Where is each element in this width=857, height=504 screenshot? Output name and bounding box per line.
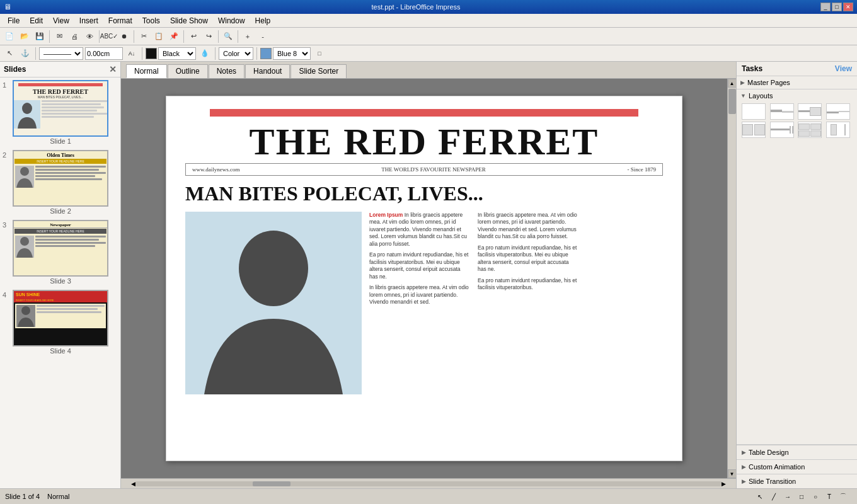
menu-file[interactable]: File (3, 15, 25, 26)
layout-title-content[interactable] (798, 103, 822, 120)
scroll-up-button[interactable]: ▲ (728, 79, 737, 88)
slide-thumb-3[interactable]: Newspaper INSERT YOUR HEADLINE HERE (13, 220, 108, 277)
slide-item-3[interactable]: 3 Newspaper INSERT YOUR HEADLINE HERE (3, 220, 118, 285)
curve-tool[interactable]: ⌒ (837, 491, 849, 502)
table-design-item[interactable]: ▶ Table Design (737, 445, 857, 459)
slide-url: www.dailynews.com (192, 166, 239, 173)
ellipse-tool[interactable]: ○ (809, 491, 822, 502)
layout-blank[interactable] (742, 103, 766, 120)
zoom-in-button[interactable]: + (241, 30, 255, 43)
record-button[interactable]: ⏺ (117, 30, 131, 43)
slides-list: 1 THE RED FERRET MAN BITES POLECAT, LIVE… (0, 77, 120, 488)
view-label[interactable]: View (835, 64, 852, 73)
menu-window[interactable]: Window (213, 15, 250, 26)
line-tool[interactable]: ╱ (768, 491, 780, 502)
slide-info: Slide 1 of 4 (5, 493, 40, 500)
layout-two-col[interactable] (742, 122, 766, 138)
master-pages-section[interactable]: ▶ Master Pages (737, 76, 857, 89)
blue-select[interactable]: Blue 8 (273, 47, 311, 60)
menu-help[interactable]: Help (250, 15, 276, 26)
separator (256, 47, 257, 60)
scroll-track[interactable] (728, 88, 737, 469)
vertical-scrollbar[interactable]: ▲ ▼ (727, 79, 736, 478)
status-bar: Slide 1 of 4 Normal ↖ ╱ → □ ○ T ⌒ (0, 488, 857, 504)
undo-button[interactable]: ↩ (187, 30, 200, 43)
menu-slideshow[interactable]: Slide Show (165, 15, 213, 26)
rect-tool[interactable]: □ (795, 491, 808, 502)
maximize-button[interactable]: □ (832, 3, 842, 11)
cut-button[interactable]: ✂ (137, 30, 151, 43)
menu-edit[interactable]: Edit (25, 15, 48, 26)
scroll-down-button[interactable]: ▼ (728, 469, 737, 478)
main-toolbar: 📄 📂 💾 ✉ 🖨 👁 ABC✓ ⏺ ✂ 📋 📌 ↩ ↪ 🔍 + - (0, 28, 857, 45)
find-button[interactable]: 🔍 (221, 30, 235, 43)
layout-4content[interactable] (798, 122, 822, 138)
slides-panel-header: Slides ✕ (0, 62, 120, 77)
menu-view[interactable]: View (48, 15, 74, 26)
table-design-arrow: ▶ (742, 449, 746, 455)
tab-normal[interactable]: Normal (126, 64, 167, 78)
menu-insert[interactable]: Insert (74, 15, 103, 26)
new-button[interactable]: 📄 (3, 30, 16, 43)
slide-transition-item[interactable]: ▶ Slide Transition (737, 474, 857, 488)
line-color-button[interactable]: A↓ (125, 47, 139, 60)
scroll-right-button[interactable]: ▶ (722, 481, 726, 487)
separator (183, 30, 184, 43)
menu-tools[interactable]: Tools (137, 15, 165, 26)
anchor-button[interactable]: ⚓ (18, 47, 32, 60)
slide-label-1: Slide 1 (50, 137, 71, 145)
slide-content-area: Lorem Ipsum In libris graecis appetere m… (185, 212, 663, 394)
line-width-input[interactable]: 0.00cm (85, 47, 123, 60)
tab-handout[interactable]: Handout (245, 64, 290, 78)
h-scroll-thumb[interactable] (253, 481, 290, 486)
svg-point-1 (20, 167, 29, 176)
shadow-button[interactable]: □ (313, 47, 326, 60)
slide-thumb-1[interactable]: THE RED FERRET MAN BITES POLECAT, LIVES.… (13, 80, 108, 137)
paste-button[interactable]: 📌 (167, 30, 181, 43)
zoom-out-button[interactable]: - (256, 30, 270, 43)
slide-canvas[interactable]: THE RED FERRET www.dailynews.com THE WOR… (166, 96, 682, 461)
menu-format[interactable]: Format (103, 15, 137, 26)
cursor-button[interactable]: ↖ (3, 47, 16, 60)
separator (215, 47, 216, 60)
print-button[interactable]: 🖨 (67, 30, 81, 43)
slide-item-2[interactable]: 2 Olden Times INSERT YOUR HEADLINE HERE (3, 150, 118, 215)
slide-num-2: 2 (3, 151, 10, 159)
save-button[interactable]: 💾 (33, 30, 47, 43)
tab-notes[interactable]: Notes (209, 64, 244, 78)
slide-thumb-2[interactable]: Olden Times INSERT YOUR HEADLINE HERE (13, 150, 108, 207)
layout-content-right[interactable] (826, 122, 850, 138)
layout-title[interactable] (770, 103, 794, 120)
scroll-left-button[interactable]: ◀ (131, 481, 135, 487)
layouts-section[interactable]: ▼ Layouts (737, 89, 857, 445)
scroll-thumb[interactable] (728, 89, 736, 114)
tab-outline[interactable]: Outline (168, 64, 208, 78)
slide-thumb-4[interactable]: SUN SHINE INSERT YOUR HEADLINE HERE (13, 290, 108, 346)
custom-animation-item[interactable]: ▶ Custom Animation (737, 459, 857, 474)
cursor-tool[interactable]: ↖ (754, 491, 766, 502)
eyedropper-button[interactable]: 💧 (198, 47, 212, 60)
redo-button[interactable]: ↪ (202, 30, 216, 43)
minimize-button[interactable]: _ (820, 3, 831, 11)
layout-title-two-col[interactable] (770, 122, 794, 138)
h-scroll-track[interactable] (135, 481, 722, 486)
spellcheck-button[interactable]: ABC✓ (102, 30, 116, 43)
horizontal-scrollbar[interactable]: ◀ ▶ (121, 478, 736, 488)
arrow-tool[interactable]: → (781, 491, 794, 502)
preview-button[interactable]: 👁 (83, 30, 96, 43)
copy-button[interactable]: 📋 (152, 30, 166, 43)
layout-centered-text[interactable] (826, 103, 850, 120)
black-select[interactable]: Black (158, 47, 196, 60)
tab-slide-sorter[interactable]: Slide Sorter (290, 64, 347, 78)
slide-item-4[interactable]: 4 SUN SHINE INSERT YOUR HEADLINE HERE (3, 290, 118, 355)
window-controls[interactable]: _ □ ✕ (820, 3, 853, 11)
fill-style-select[interactable]: Color (219, 47, 253, 60)
line-style-select[interactable]: ————— (39, 47, 83, 60)
close-button[interactable]: ✕ (843, 3, 853, 11)
email-button[interactable]: ✉ (52, 30, 66, 43)
text-tool[interactable]: T (823, 491, 836, 502)
slides-panel-close[interactable]: ✕ (109, 64, 117, 74)
slide-tagline-bar: www.dailynews.com THE WORLD'S FAVOURITE … (185, 163, 663, 176)
open-button[interactable]: 📂 (18, 30, 32, 43)
slide-item-1[interactable]: 1 THE RED FERRET MAN BITES POLECAT, LIVE… (3, 80, 118, 145)
